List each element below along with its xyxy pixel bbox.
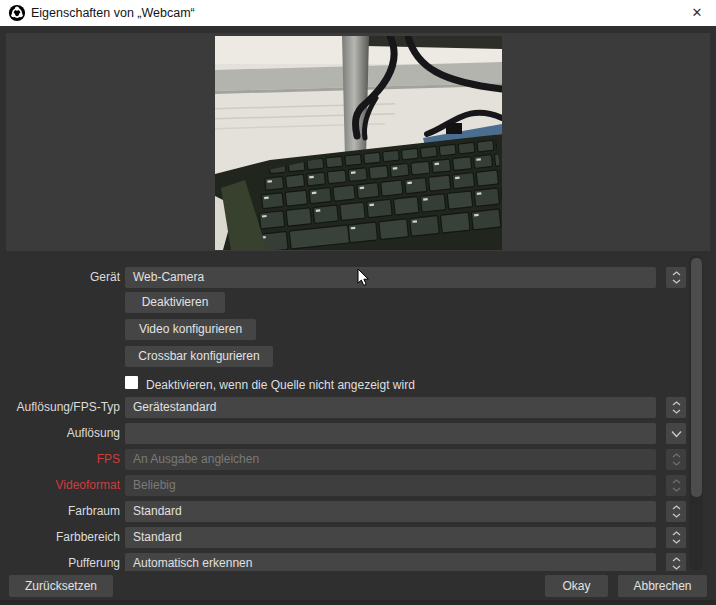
aufloesung-select[interactable] [125,423,656,444]
spinner-chevrons-icon [672,453,681,466]
video-konfigurieren-button[interactable]: Video konfigurieren [125,319,256,340]
okay-button[interactable]: Okay [545,575,608,597]
farbbereich-select[interactable]: Standard [125,527,656,548]
spinner-chevrons-icon [672,479,681,492]
mouse-cursor [357,268,370,287]
aufloesung-label: Auflösung [0,423,120,444]
aufloesung-typ-spinner[interactable] [666,397,686,418]
farbraum-spinner[interactable] [666,501,686,522]
farbbereich-label: Farbbereich [0,527,120,548]
pufferung-select[interactable]: Automatisch erkennen [125,553,656,571]
spinner-chevrons-icon [672,531,681,544]
row-farbraum: Farbraum Standard [0,501,716,522]
farbraum-label: Farbraum [0,501,120,522]
zuruecksetzen-button[interactable]: Zurücksetzen [9,575,113,597]
deaktivieren-button[interactable]: Deaktivieren [125,292,225,313]
aufloesung-typ-select[interactable]: Gerätestandard [125,397,656,418]
chevron-down-icon [671,430,682,438]
pufferung-label: Pufferung [0,553,120,571]
spinner-chevrons-icon [672,401,681,414]
close-icon[interactable]: ✕ [682,0,712,26]
row-aufloesung-typ: Auflösung/FPS-Typ Gerätestandard [0,397,716,418]
videoformat-select: Beliebig [125,475,656,496]
row-deactivate-hidden: Deaktivieren, wenn die Quelle nicht ange… [0,375,716,396]
row-pufferung: Pufferung Automatisch erkennen [0,553,716,571]
crossbar-konfigurieren-button[interactable]: Crossbar konfigurieren [125,346,273,367]
row-farbbereich: Farbbereich Standard [0,527,716,548]
properties-form: Gerät Web-Camera Deaktivieren Video konf… [0,253,716,571]
pufferung-spinner[interactable] [666,553,686,571]
webcam-preview-image [215,36,502,250]
farbraum-select[interactable]: Standard [125,501,656,522]
videoformat-label: Videoformat [0,475,120,496]
geraet-spinner[interactable] [666,267,686,288]
aufloesung-typ-label: Auflösung/FPS-Typ [0,397,120,418]
fps-label: FPS [0,449,120,470]
videoformat-spinner [666,475,686,496]
title-bar: Eigenschaften von „Webcam“ ✕ [0,0,716,26]
deactivate-hidden-checkbox[interactable] [125,376,138,389]
spinner-chevrons-icon [672,271,681,284]
geraet-select[interactable]: Web-Camera [125,267,656,288]
row-aufloesung: Auflösung [0,423,716,444]
window-title: Eigenschaften von „Webcam“ [31,0,195,26]
farbbereich-spinner[interactable] [666,527,686,548]
row-fps: FPS An Ausgabe angleichen [0,449,716,470]
abbrechen-button[interactable]: Abbrechen [618,575,707,597]
spinner-chevrons-icon [672,505,681,518]
aufloesung-dropdown-button[interactable] [666,423,686,444]
deactivate-hidden-label: Deaktivieren, wenn die Quelle nicht ange… [146,375,415,396]
fps-spinner [666,449,686,470]
geraet-label: Gerät [0,267,120,288]
fps-select: An Ausgabe angleichen [125,449,656,470]
obs-logo-icon [8,4,26,22]
row-videoformat: Videoformat Beliebig [0,475,716,496]
spinner-chevrons-icon [672,557,681,570]
scrollbar-thumb[interactable] [691,258,702,497]
window-bottom-edge [0,600,716,605]
